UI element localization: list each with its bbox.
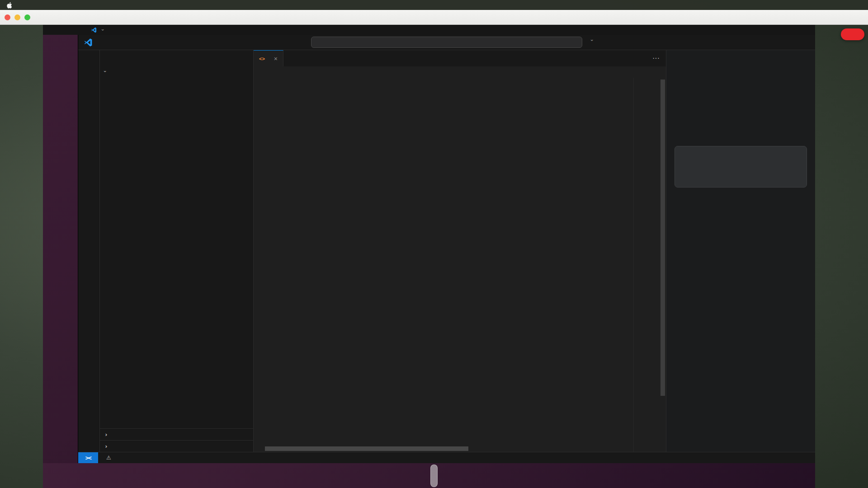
activity-bar — [78, 50, 100, 452]
copilot-panel — [666, 50, 815, 452]
vscode-logo-icon — [84, 38, 93, 47]
window-minimize-button[interactable] — [14, 14, 20, 20]
ubuntu-dock — [43, 35, 78, 463]
focused-app-menu[interactable]: › — [91, 27, 104, 33]
remote-indicator[interactable]: >< — [78, 452, 98, 463]
screen: › › — [0, 0, 868, 488]
vertical-scrollbar[interactable] — [660, 78, 666, 452]
code-editor[interactable] — [254, 78, 633, 452]
status-bar: >< ⚠ — [78, 452, 815, 463]
problems-indicator[interactable]: ⚠ — [98, 455, 117, 461]
minimap[interactable] — [633, 78, 660, 452]
titlebar-copilot-button[interactable]: › — [590, 38, 593, 43]
vscode-window: › › — [78, 35, 815, 463]
apple-menu-icon[interactable] — [6, 1, 14, 9]
vscode-titlebar: › — [78, 35, 815, 50]
explorer-sidebar: › › › — [100, 50, 254, 452]
chevron-right-icon: › — [103, 432, 110, 438]
ubuntu-top-bar: › — [43, 25, 815, 35]
copilot-chat-input[interactable] — [675, 146, 807, 188]
editor-tabbar: <> × ··· — [254, 50, 666, 66]
tab-index-html[interactable]: <> × — [254, 50, 283, 66]
remote-desktop: › › — [43, 25, 815, 488]
html-file-icon: <> — [259, 56, 265, 61]
chevron-right-icon: › — [103, 443, 110, 450]
tab-close-icon[interactable]: × — [274, 55, 278, 62]
macos-menu-bar — [0, 0, 868, 10]
session-timeout-notification[interactable] — [841, 28, 864, 40]
window-zoom-button[interactable] — [24, 14, 30, 20]
warning-icon: ⚠ — [106, 455, 111, 461]
chevron-down-icon: › — [100, 29, 106, 31]
editor-group: <> × ··· — [254, 50, 666, 452]
macos-dock — [430, 465, 438, 487]
horizontal-scrollbar[interactable] — [265, 446, 468, 451]
outline-section[interactable]: › — [100, 428, 253, 440]
anydesk-toolbar — [0, 10, 868, 25]
window-close-button[interactable] — [5, 14, 10, 20]
timeline-section[interactable]: › — [100, 440, 253, 452]
chevron-down-icon: › — [103, 68, 108, 75]
workspace-section-header[interactable]: › — [100, 66, 253, 77]
chevron-down-icon: › — [590, 39, 595, 41]
editor-more-icon[interactable]: ··· — [652, 54, 660, 62]
breadcrumb[interactable] — [254, 66, 666, 78]
command-center-search[interactable] — [311, 37, 582, 48]
